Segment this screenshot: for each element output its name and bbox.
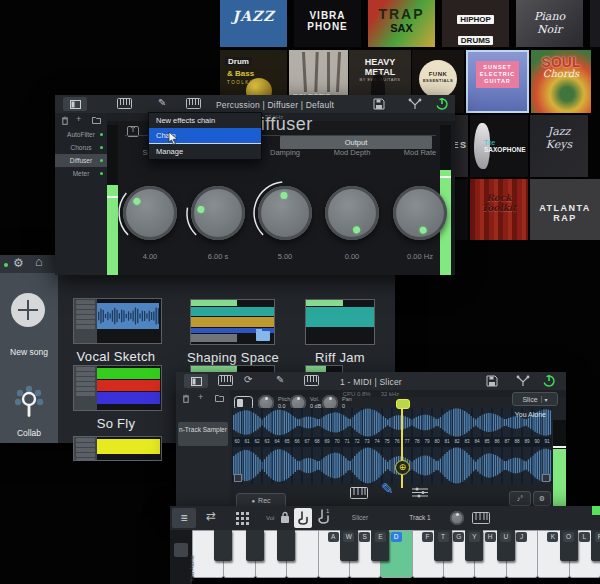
slice-number: 69 — [323, 439, 331, 444]
thumb-header — [306, 300, 343, 306]
effect-folder-icon[interactable] — [92, 116, 101, 124]
panel-toggle-icon[interactable] — [184, 374, 208, 388]
pack-tile-saxophone[interactable]: The SAXOPHONE — [470, 115, 528, 177]
pack-tile-partial[interactable] — [590, 0, 600, 47]
envelope-tool-icon[interactable] — [411, 486, 429, 498]
playhead-handle[interactable] — [396, 399, 410, 409]
keyboard-panel-icon[interactable] — [117, 98, 132, 109]
knob-indicator — [419, 226, 427, 234]
collab-icon[interactable] — [14, 385, 44, 423]
power-button[interactable] — [435, 97, 449, 111]
keyboard-scrollbar[interactable] — [174, 543, 188, 557]
pack-tile-jazz-keys[interactable]: JazzKeys — [530, 115, 588, 177]
project-thumb-so-fly[interactable] — [73, 365, 162, 411]
thumb-track-row — [97, 380, 160, 391]
knob-decay[interactable] — [191, 186, 245, 240]
key-letter-U: U — [500, 532, 511, 542]
slice-marker[interactable]: ⊕ — [395, 460, 410, 475]
menu-item-new-effects-chain[interactable]: New effects chain — [149, 113, 261, 128]
project-thumb-vocal-sketch[interactable] — [73, 298, 162, 344]
new-song-label: New song — [0, 347, 58, 357]
slice-number: 88 — [513, 439, 521, 444]
project-thumb-6[interactable] — [73, 436, 162, 461]
pack-tile-trap-sax[interactable]: TRAPSAX — [368, 0, 435, 47]
knob-mod-rate[interactable] — [393, 186, 447, 240]
slice-number: 62 — [253, 439, 261, 444]
pack-title: FUNK — [419, 71, 457, 77]
chain-item-meter[interactable]: Meter — [55, 167, 107, 180]
playhead[interactable] — [401, 404, 403, 488]
preview-note-button[interactable]: ♪° — [509, 491, 531, 506]
delete-effect-icon[interactable] — [61, 116, 69, 125]
chain-item-autofilter[interactable]: AutoFilter — [55, 128, 107, 141]
save-icon[interactable] — [373, 98, 385, 110]
save-icon[interactable] — [486, 375, 498, 387]
key-letter-L: L — [579, 532, 590, 542]
keyboard-track-name: You Alone — [189, 555, 195, 582]
slice-number: 83 — [463, 439, 471, 444]
edit-pencil-icon[interactable]: ✎ — [158, 98, 166, 108]
loop-icon[interactable]: ⟳ — [244, 375, 252, 385]
pack-subtitle: & Bass — [227, 69, 287, 78]
piano-keys: ASDFGHJKLWETYUOPYou Alone — [192, 506, 600, 584]
pack-title: VIBRA — [294, 10, 361, 21]
knob-indicator — [353, 225, 362, 234]
waveform-panel[interactable]: 6061626364656667686970717273747576777879… — [232, 408, 552, 484]
menu-item-chain[interactable]: Chain — [149, 128, 261, 144]
key-letter-K: K — [547, 532, 558, 542]
knob-side[interactable] — [123, 186, 177, 240]
trim-handle-right[interactable] — [542, 474, 550, 482]
project-thumb-riff-jam[interactable] — [305, 299, 375, 345]
slice-number: 82 — [453, 439, 461, 444]
knob-mod-depth[interactable] — [325, 186, 379, 240]
effects-titlebar: ✎ Percussion | Diffuser | Default — [55, 95, 455, 113]
slice-number: 90 — [533, 439, 541, 444]
slice-number: 91 — [543, 439, 551, 444]
pack-title: SUNSET — [476, 64, 519, 71]
chain-item-chorus[interactable]: Chorus — [55, 141, 107, 154]
delete-icon[interactable] — [182, 394, 190, 403]
draw-pencil-icon[interactable]: ✎ — [381, 480, 394, 498]
key-black-2[interactable] — [277, 530, 295, 561]
knob-damping[interactable] — [258, 186, 312, 240]
sampler-sidebar: + n-Track Sampler — [176, 390, 230, 510]
new-song-button[interactable] — [11, 293, 45, 327]
folder-icon[interactable] — [215, 394, 224, 402]
project-thumb-shaping-space[interactable] — [190, 299, 275, 345]
power-button[interactable] — [542, 374, 556, 388]
pack-tile-jazz[interactable]: JAZZ — [220, 0, 287, 47]
sidebar-item-sampler[interactable]: n-Track Sampler — [178, 422, 228, 446]
rec-dot-icon: ● — [251, 498, 255, 504]
key-letter-W: W — [343, 532, 354, 542]
settings-gear-icon[interactable]: ⚙ — [13, 258, 24, 268]
routing-icon[interactable] — [516, 375, 530, 387]
routing-icon[interactable] — [408, 98, 422, 110]
pack-title: ATLANTA RAP — [530, 203, 600, 223]
mode-dropdown[interactable]: Slice▾ — [512, 392, 558, 406]
pack-tile-atlanta-rap[interactable]: ATLANTA RAP — [530, 179, 600, 240]
screen: JAZZVIBRAPHONETRAPSAXHIPHOPDRUMSPianoNoi… — [0, 0, 600, 584]
thumb-wave-panel — [97, 303, 159, 329]
add-icon[interactable]: + — [198, 392, 203, 402]
chain-item-diffuser[interactable]: Diffuser — [55, 154, 107, 167]
pack-tile-vibraphone[interactable]: VIBRAPHONE — [294, 0, 361, 47]
art-shape — [302, 52, 307, 92]
key-letter-G: G — [453, 532, 464, 542]
pack-tile-hiphop-drums[interactable]: HIPHOPDRUMS — [442, 0, 509, 47]
pack-tile-piano-noir[interactable]: PianoNoir — [516, 0, 583, 47]
keyboard-panel-icon[interactable] — [218, 375, 233, 386]
key-black-1[interactable] — [246, 530, 264, 561]
slice-settings-button[interactable]: ⚙ — [533, 491, 551, 506]
menu-item-manage[interactable]: Manage — [149, 144, 261, 159]
pack-tile-rock-toolkit[interactable]: Rock Toolkit — [470, 179, 528, 240]
key-letter-F: F — [422, 532, 433, 542]
key-black-0[interactable] — [214, 530, 232, 561]
trim-handle-left[interactable] — [234, 474, 242, 482]
add-effect-icon[interactable]: + — [76, 114, 81, 124]
panel-toggle-icon[interactable] — [63, 97, 87, 111]
project-name: Shaping Space — [173, 350, 293, 365]
piano-tool-icon[interactable] — [350, 487, 368, 499]
pack-tile-sunset[interactable]: SUNSETELECTRICGUITAR — [466, 50, 529, 113]
pack-tile-soul-chords[interactable]: SOULChords — [531, 50, 591, 113]
home-icon[interactable]: ⌂ — [35, 257, 43, 267]
